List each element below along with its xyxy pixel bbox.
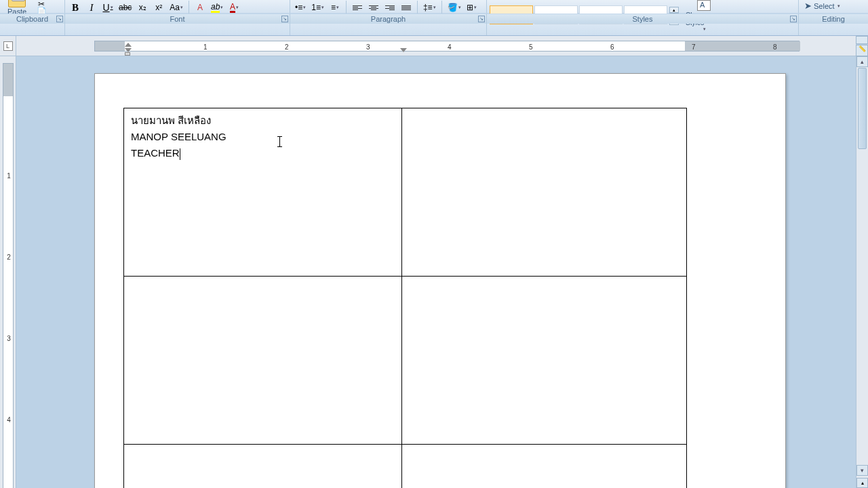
document-page[interactable]: นายมานพ สีเหลือง MANOP SEELUANG TEACHER	[94, 73, 786, 488]
line-spacing-icon: ‡≡	[423, 3, 433, 12]
cursor-icon: ➤	[804, 1, 812, 11]
align-center-button[interactable]	[366, 0, 381, 15]
align-right-button[interactable]	[382, 0, 397, 15]
scroll-thumb[interactable]	[858, 68, 867, 149]
borders-button[interactable]: ⊞▾	[465, 0, 479, 15]
scroll-up[interactable]: ▴	[856, 56, 868, 67]
strikethrough-button[interactable]: abc	[117, 0, 134, 15]
italic-button[interactable]: I	[84, 0, 99, 15]
highlight-button[interactable]: ab▾	[209, 0, 225, 15]
font-color-button[interactable]: A▾	[226, 0, 241, 15]
horizontal-ruler[interactable]: 1 2 3 4 5 6 7 8	[16, 36, 856, 56]
split-handle[interactable]	[856, 36, 868, 44]
table-cell[interactable]	[124, 445, 402, 489]
align-left-button[interactable]	[350, 0, 365, 15]
scroll-down[interactable]: ▾	[856, 465, 868, 476]
table-cell[interactable]	[402, 445, 687, 489]
vertical-ruler[interactable]: 1 2 3 4	[0, 56, 16, 488]
clear-formatting-button[interactable]: A	[193, 0, 208, 15]
clipboard-group-label: Clipboard	[16, 15, 48, 23]
justify-button[interactable]	[399, 0, 414, 15]
shading-button[interactable]: 🪣▾	[446, 0, 463, 15]
numbering-button[interactable]: 1≡▾	[309, 0, 326, 15]
left-indent[interactable]	[125, 52, 130, 56]
superscript-button[interactable]: x²	[151, 0, 166, 15]
change-styles-icon	[697, 0, 711, 11]
line-spacing-button[interactable]: ‡≡▾	[421, 0, 438, 15]
clipboard-icon	[8, 0, 26, 7]
tab-selector[interactable]: L	[0, 36, 16, 56]
subscript-button[interactable]: x₂	[135, 0, 150, 15]
table-cell[interactable]	[402, 277, 687, 445]
right-indent[interactable]	[400, 48, 407, 52]
clipboard-launcher[interactable]: ↘	[56, 16, 63, 22]
select-button[interactable]: ➤ Select▾	[802, 0, 865, 12]
mouse-ibeam	[279, 136, 280, 147]
bullets-icon: •≡	[295, 3, 302, 12]
numbering-icon: 1≡	[311, 3, 321, 12]
styles-scroll-up[interactable]: ▴	[669, 7, 679, 13]
toggle-ruler[interactable]: 📏	[856, 45, 868, 56]
styles-group-label: Styles	[633, 15, 653, 23]
editing-group-label: Editing	[822, 15, 845, 23]
cell-line2: MANOP SEELUANG	[131, 129, 395, 145]
table-cell[interactable]	[124, 277, 402, 445]
multilevel-icon: ≡	[331, 3, 336, 12]
bold-button[interactable]: B	[68, 0, 83, 15]
change-case-button[interactable]: Aa▾	[167, 0, 185, 15]
multilevel-button[interactable]: ≡▾	[328, 0, 342, 15]
font-group-label: Font	[170, 15, 184, 23]
bucket-icon: 🪣	[448, 3, 458, 12]
underline-button[interactable]: U▾	[100, 0, 115, 15]
first-line-indent[interactable]	[125, 43, 132, 47]
border-icon: ⊞	[467, 3, 473, 12]
text-cursor	[180, 148, 180, 160]
styles-launcher[interactable]: ↘	[790, 16, 797, 22]
table-cell[interactable]	[402, 108, 687, 277]
font-launcher[interactable]: ↘	[281, 16, 288, 22]
paragraph-group-label: Paragraph	[371, 15, 406, 23]
bullets-button[interactable]: •≡▾	[293, 0, 308, 15]
cell-line1: นายมานพ สีเหลือง	[131, 113, 395, 129]
prev-page[interactable]: ▴	[856, 478, 868, 488]
paragraph-launcher[interactable]: ↘	[478, 16, 485, 22]
cell-line3: TEACHER	[131, 147, 180, 159]
document-table[interactable]: นายมานพ สีเหลือง MANOP SEELUANG TEACHER	[123, 108, 687, 488]
table-cell[interactable]: นายมานพ สีเหลือง MANOP SEELUANG TEACHER	[124, 108, 402, 277]
